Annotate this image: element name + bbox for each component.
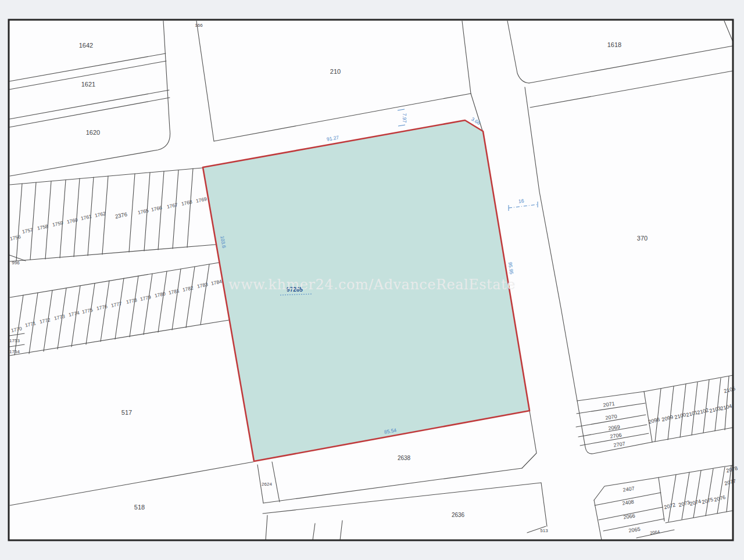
parcel-label: 513: [540, 528, 548, 533]
parcel-label: 370: [637, 235, 648, 242]
parcel-label: 1754: [9, 349, 20, 354]
measurement-label: 7.97: [402, 113, 407, 123]
parcel-label: 996: [12, 260, 20, 265]
parcel-label: 2638: [398, 455, 411, 461]
map-viewport: 91.277.973.661695.9585.54103.6 164216211…: [0, 0, 744, 560]
parcel-label: 518: [134, 504, 145, 511]
parcel-label: 210: [330, 68, 341, 75]
parcel-label: 1753: [9, 338, 20, 343]
parcel-label: 1642: [79, 42, 93, 49]
parcel-label: 517: [121, 409, 132, 416]
parcel-label: 2624: [262, 482, 272, 487]
measurement-label: 16: [518, 198, 524, 204]
watermark: www.khmer24.com/AdvanceRealEstate: [228, 277, 516, 293]
parcel-label: 1618: [607, 41, 621, 48]
parcel-label: 166: [195, 23, 203, 28]
parcel-label: 2636: [452, 512, 465, 518]
parcel-label: 1620: [86, 129, 100, 136]
cadastral-map: 91.277.973.661695.9585.54103.6 164216211…: [0, 0, 744, 560]
parcel-label: 1621: [81, 81, 95, 88]
